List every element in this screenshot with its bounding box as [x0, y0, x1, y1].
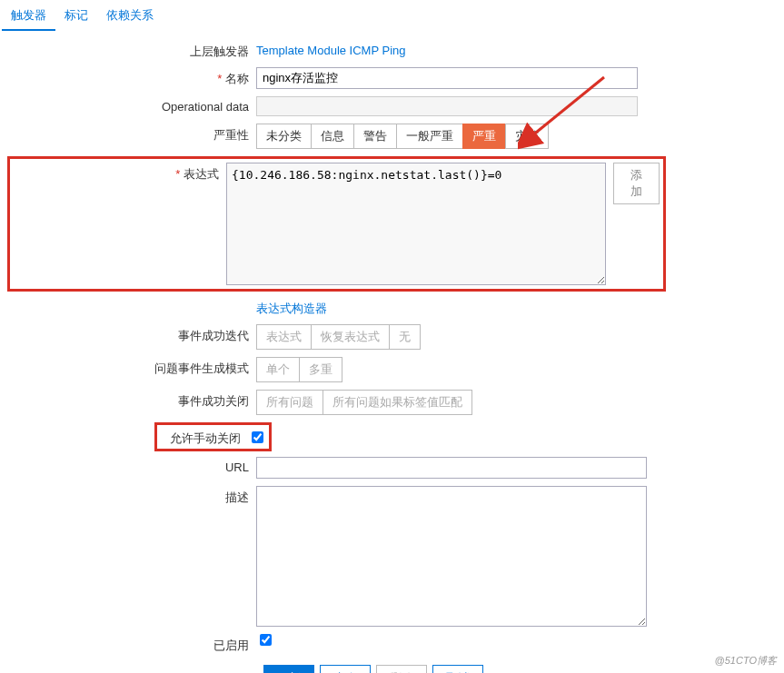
severity-high[interactable]: 严重 [462, 124, 506, 149]
form: 上层触发器 Template Module ICMP Ping * 名称 Ope… [0, 31, 784, 673]
close-group: 所有问题 所有问题如果标签值匹配 [256, 390, 472, 415]
mode-multi[interactable]: 多重 [299, 357, 342, 382]
expression-builder-link[interactable]: 表达式构造器 [256, 297, 327, 317]
iter-none[interactable]: 无 [389, 324, 421, 350]
mode-group: 单个 多重 [256, 357, 342, 382]
severity-group: 未分类 信息 警告 一般严重 严重 灾难 [256, 124, 549, 149]
add-button[interactable]: 添加 [613, 163, 660, 204]
update-button[interactable]: 更新 [263, 665, 314, 673]
expression-input[interactable]: {10.246.186.58:nginx.netstat.last()}=0 [226, 163, 606, 285]
label-enabled: 已启用 [0, 634, 256, 654]
severity-average[interactable]: 一般严重 [396, 124, 463, 149]
tabs-bar: 触发器 标记 依赖关系 [0, 0, 784, 31]
name-input[interactable] [256, 67, 638, 89]
severity-unclassified[interactable]: 未分类 [256, 124, 312, 149]
severity-disaster[interactable]: 灾难 [505, 124, 549, 149]
label-opdata: Operational data [0, 96, 256, 114]
severity-info[interactable]: 信息 [311, 124, 354, 149]
enabled-checkbox[interactable] [260, 634, 272, 646]
parent-trigger-link[interactable]: Template Module ICMP Ping [256, 40, 406, 57]
label-parent: 上层触发器 [0, 40, 256, 60]
opdata-input[interactable] [256, 96, 638, 116]
label-iter: 事件成功迭代 [0, 324, 256, 344]
cancel-button[interactable]: 取消 [432, 665, 483, 673]
label-desc: 描述 [0, 486, 256, 506]
iter-recover[interactable]: 恢复表达式 [311, 324, 390, 350]
iter-group: 表达式 恢复表达式 无 [256, 324, 421, 350]
close-tag[interactable]: 所有问题如果标签值匹配 [323, 390, 472, 415]
label-url: URL [0, 457, 256, 474]
allow-manual-close-checkbox[interactable] [252, 431, 263, 443]
mode-single[interactable]: 单个 [256, 357, 300, 382]
actions: 更新 克隆 删除 取消 [263, 661, 784, 673]
tab-mark[interactable]: 标记 [55, 2, 97, 31]
close-all[interactable]: 所有问题 [256, 390, 323, 415]
severity-warning[interactable]: 警告 [353, 124, 397, 149]
watermark: @51CTO博客 [715, 654, 777, 668]
iter-expr[interactable]: 表达式 [256, 324, 312, 350]
tab-depend[interactable]: 依赖关系 [97, 2, 163, 31]
label-name: * 名称 [0, 67, 256, 87]
label-expr: * 表达式 [14, 163, 226, 183]
label-severity: 严重性 [0, 124, 256, 144]
label-allow: 允许手动关闭 [157, 427, 248, 447]
label-close: 事件成功关闭 [0, 390, 256, 410]
delete-button[interactable]: 删除 [376, 665, 427, 673]
clone-button[interactable]: 克隆 [320, 665, 371, 673]
description-input[interactable] [256, 486, 647, 627]
url-input[interactable] [256, 457, 647, 479]
label-mode: 问题事件生成模式 [0, 357, 256, 377]
tab-trigger[interactable]: 触发器 [2, 2, 55, 31]
